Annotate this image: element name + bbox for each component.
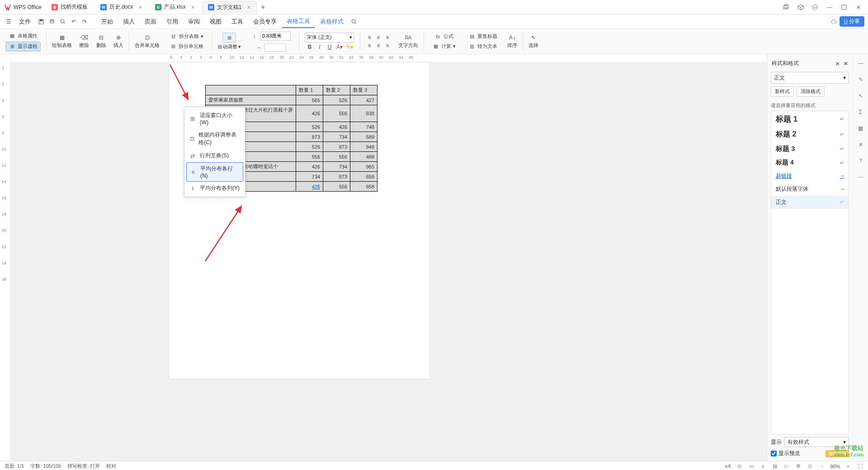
zoom-in-button[interactable]: +	[844, 463, 852, 470]
table-cell[interactable]: 426	[296, 162, 323, 172]
tab-templates[interactable]: ⊞ 找稻壳模板	[46, 1, 93, 14]
add-tab-button[interactable]: +	[258, 3, 269, 11]
tab-product[interactable]: S 产品.xlsx ×	[150, 1, 200, 14]
table-cell[interactable]: 426	[296, 182, 323, 192]
collapse-icon[interactable]: —	[856, 59, 865, 68]
word-count[interactable]: 字数: 105/105	[30, 463, 61, 470]
settings-icon[interactable]: ⚙	[795, 463, 802, 470]
zoom-value[interactable]: 90%	[830, 464, 840, 469]
table-cell[interactable]: 526	[296, 122, 323, 132]
table-header[interactable]: 数量 1	[296, 85, 323, 95]
table-cell[interactable]: 556	[296, 152, 323, 162]
formula-button[interactable]: fx公式	[432, 32, 456, 41]
print-icon[interactable]	[47, 17, 57, 27]
align-top-icon[interactable]: ≡	[366, 34, 373, 41]
table-cell[interactable]: 556	[323, 105, 350, 122]
table-cell[interactable]: 488	[350, 152, 377, 162]
table-row[interactable]: 爱苹果家居服爬565526427	[206, 95, 377, 105]
table-cell[interactable]: 556	[323, 152, 350, 162]
table-header[interactable]	[206, 85, 296, 95]
table-cell[interactable]: 565	[296, 95, 323, 105]
play-icon[interactable]: ▷	[783, 463, 790, 470]
table-cell[interactable]: 589	[350, 132, 377, 142]
table-cell[interactable]: 873	[323, 142, 350, 152]
table-header[interactable]: 数量 3	[350, 85, 377, 95]
cube-icon[interactable]	[797, 3, 805, 11]
table-cell[interactable]: 爱苹果家居服爬	[206, 95, 296, 105]
col-width-input[interactable]	[264, 43, 286, 52]
table-cell[interactable]: 427	[350, 95, 377, 105]
pin-icon[interactable]: ⤪	[835, 61, 840, 67]
style-item[interactable]: 标题 2↵	[771, 127, 849, 142]
style-item[interactable]: 超链接⇥	[771, 169, 849, 183]
redo-icon[interactable]: ↷	[80, 17, 90, 27]
swap-rc-item[interactable]: ⇄行列互换(S)	[184, 149, 245, 162]
text-dir-icon[interactable]: IIA	[405, 34, 412, 41]
minimize-icon[interactable]: —	[826, 3, 834, 11]
underline-icon[interactable]: U	[326, 43, 333, 51]
font-color-icon[interactable]: A▾	[336, 43, 343, 51]
split-table-button[interactable]: ⊟拆分表格 ▾	[167, 32, 206, 41]
menu-member[interactable]: 会员专享	[249, 16, 281, 28]
zoom-out-button[interactable]: −	[818, 463, 826, 470]
edit-tool-icon[interactable]: ✎	[856, 75, 865, 84]
view-outline-icon[interactable]: ≡	[760, 463, 767, 470]
print-preview-icon[interactable]	[58, 17, 68, 27]
menu-table-style[interactable]: 表格样式	[316, 16, 348, 28]
current-style-select[interactable]: 正文▾	[771, 72, 849, 84]
more-icon[interactable]: ⋯	[856, 173, 865, 182]
dist-cols-item[interactable]: ⦀平均分布各列(Y)	[184, 182, 245, 195]
menu-insert[interactable]: 插入	[118, 16, 139, 28]
table-cell[interactable]: 838	[350, 105, 377, 122]
close-window-icon[interactable]: ✕	[854, 3, 863, 11]
view-web-icon[interactable]: ▤	[771, 463, 778, 470]
draw-table-icon[interactable]: ▦	[58, 34, 66, 41]
table-cell[interactable]: 848	[350, 142, 377, 152]
tab-document1[interactable]: W 文字文稿1 ×	[202, 1, 257, 14]
menu-reference[interactable]: 引用	[162, 16, 183, 28]
table-cell[interactable]: 734	[323, 162, 350, 172]
clear-format-button[interactable]: 清除格式	[797, 86, 825, 97]
style-list[interactable]: 标题 1↵标题 2↵标题 3↵标题 4↵超链接⇥默认段落字体⇥正文↵	[771, 111, 849, 434]
save-icon[interactable]	[36, 17, 46, 27]
tools-icon[interactable]: ✕	[856, 140, 865, 149]
search-icon[interactable]	[349, 17, 359, 27]
merge-icon[interactable]: ⊡	[144, 34, 151, 41]
gallery-tool-icon[interactable]: ▦	[856, 124, 865, 133]
table-cell[interactable]: 426	[296, 105, 323, 122]
canvas[interactable]: 6424681012141618202224262830323436384042…	[11, 54, 767, 461]
delete-icon[interactable]: ⊟	[98, 34, 105, 41]
style-item[interactable]: 正文↵	[771, 196, 849, 209]
close-icon[interactable]: ×	[138, 4, 142, 11]
page-status[interactable]: 页面: 1/1	[5, 463, 24, 470]
sort-icon[interactable]: A↓	[509, 34, 516, 41]
autofit-button[interactable]: ⊞	[222, 33, 236, 42]
bold-icon[interactable]: B	[306, 43, 313, 51]
preview-checkbox[interactable]	[771, 451, 777, 456]
undo-icon[interactable]: ↶	[69, 17, 79, 27]
row-height-input[interactable]	[260, 32, 291, 41]
target-icon[interactable]: ⊙	[807, 463, 814, 470]
spell-status[interactable]: 拼写检查: 打开	[67, 463, 100, 470]
style-item[interactable]: 默认段落字体⇥	[771, 183, 849, 196]
align-left-icon[interactable]: ≡	[366, 42, 373, 49]
menu-table-tools[interactable]: 表格工具	[282, 15, 315, 28]
repeat-header-button[interactable]: ▤重复标题	[466, 32, 500, 41]
cloud-icon[interactable]	[829, 17, 839, 27]
view-page-icon[interactable]: ▭	[748, 463, 755, 470]
window-multi-icon[interactable]	[782, 3, 790, 11]
symbol-tool-icon[interactable]: Σ	[856, 108, 865, 117]
align-mid-icon[interactable]: ≡	[375, 34, 382, 41]
maximize-icon[interactable]	[840, 3, 848, 11]
cursor-tool-icon[interactable]: ↖	[856, 91, 865, 100]
proof-status[interactable]: 校对	[106, 463, 116, 470]
close-panel-icon[interactable]: ✕	[844, 61, 848, 67]
table-cell[interactable]: 526	[323, 95, 350, 105]
table-cell[interactable]: 965	[350, 162, 377, 172]
table-cell[interactable]: 734	[296, 172, 323, 182]
style-item[interactable]: 标题 3↵	[771, 142, 849, 156]
show-border-button[interactable]: ⊞显示虚框	[5, 42, 41, 52]
font-select[interactable]: 宋体 (正文)▾	[305, 33, 354, 42]
table-cell[interactable]: 873	[296, 132, 323, 142]
table-cell[interactable]: 873	[323, 172, 350, 182]
